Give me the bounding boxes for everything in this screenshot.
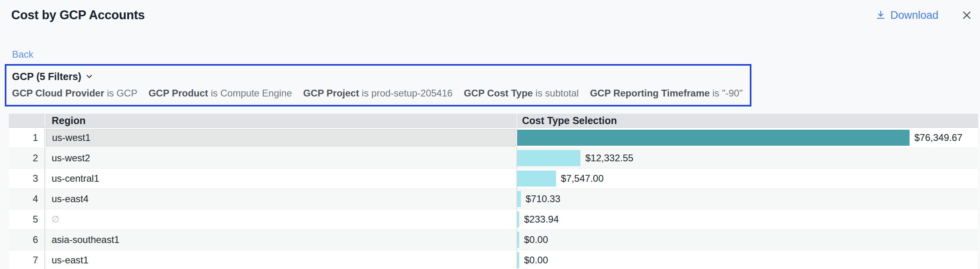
back-link[interactable]: Back (12, 49, 33, 60)
cost-bar (517, 232, 519, 248)
table-header-row: Region Cost Type Selection (9, 114, 978, 128)
filter-condition-value: is GCP (107, 88, 137, 98)
region-label: us-east4 (45, 189, 516, 209)
top-actions: Download (875, 9, 973, 22)
filter-condition[interactable]: GCP Cloud Provider is GCP (12, 87, 137, 99)
cost-value-label: $233.94 (524, 214, 559, 225)
table-row: 5∅$233.94 (9, 209, 978, 229)
region-label: us-central1 (45, 169, 516, 189)
region-cell[interactable]: us-west2 (45, 148, 516, 168)
download-label: Download (890, 9, 938, 22)
filter-condition[interactable]: GCP Project is prod-setup-205416 (303, 87, 452, 99)
column-header-number (9, 114, 45, 127)
table-body: 1us-west1$76,349.672us-west2$12,332.553u… (9, 128, 978, 269)
cost-table: Region Cost Type Selection 1us-west1$76,… (9, 114, 978, 269)
filter-field-name: GCP Cloud Provider (12, 88, 107, 98)
filter-condition-value: is Compute Engine (211, 88, 292, 98)
cost-value-label: $76,349.67 (914, 132, 962, 143)
filter-field-name: GCP Product (149, 88, 211, 98)
row-number-cell: 2 (9, 148, 45, 168)
row-number-cell: 6 (9, 230, 45, 250)
filter-condition-value: is prod-setup-205416 (362, 88, 453, 98)
table-row: 6asia-southeast1$0.00 (9, 229, 978, 250)
cost-bar-cell[interactable]: $710.33 (516, 189, 978, 209)
filter-conditions-list: GCP Cloud Provider is GCPGCP Product is … (12, 87, 743, 99)
filter-condition-value: is "-90" (713, 88, 743, 98)
column-header-cost-type-selection[interactable]: Cost Type Selection (516, 114, 978, 127)
region-cell[interactable]: us-west1 (45, 128, 516, 148)
cost-bar (517, 211, 519, 227)
table-row: 3us-central1$7,547.00 (9, 168, 978, 189)
cost-bar-cell[interactable]: $0.00 (516, 250, 978, 269)
filter-condition[interactable]: GCP Reporting Timeframe is "-90" (590, 87, 743, 99)
null-value-symbol: ∅ (52, 214, 59, 225)
row-number-cell: 3 (9, 169, 45, 189)
cost-bar-cell[interactable]: $233.94 (516, 209, 978, 229)
region-label: us-west1 (46, 129, 516, 147)
top-bar: Cost by GCP Accounts Download (0, 0, 980, 24)
region-label: asia-southeast1 (45, 230, 516, 250)
close-icon[interactable] (961, 9, 973, 21)
chevron-down-icon (85, 72, 93, 80)
cost-bar-cell[interactable]: $12,332.55 (516, 148, 978, 168)
page-title: Cost by GCP Accounts (11, 8, 145, 22)
cost-value-label: $0.00 (524, 234, 548, 245)
download-button[interactable]: Download (875, 9, 938, 22)
filter-field-name: GCP Reporting Timeframe (590, 88, 713, 98)
filter-summary-label: GCP (5 Filters) (12, 70, 81, 82)
region-cell[interactable]: us-east1 (45, 250, 516, 269)
table-row: 2us-west2$12,332.55 (9, 148, 978, 168)
filter-condition[interactable]: GCP Product is Compute Engine (149, 87, 292, 99)
table-row: 7us-east1$0.00 (9, 250, 978, 269)
column-header-region[interactable]: Region (45, 114, 516, 127)
cost-bar (517, 252, 519, 268)
row-number-cell: 5 (9, 209, 45, 229)
row-number-cell: 1 (9, 128, 45, 148)
filter-summary-dropdown[interactable]: GCP (5 Filters) (12, 70, 93, 82)
filter-field-name: GCP Cost Type (464, 88, 535, 98)
cost-value-label: $12,332.55 (585, 153, 633, 164)
region-label: us-east1 (45, 250, 516, 269)
filter-condition-value: is subtotal (536, 88, 579, 98)
filter-condition[interactable]: GCP Cost Type is subtotal (464, 87, 578, 99)
cost-bar (517, 130, 910, 146)
filter-field-name: GCP Project (303, 88, 361, 98)
cost-bar (517, 171, 556, 187)
cost-bar (517, 150, 580, 166)
cost-value-label: $710.33 (526, 193, 560, 205)
download-icon (875, 10, 886, 21)
row-number-cell: 7 (9, 250, 45, 269)
table-row: 1us-west1$76,349.67 (9, 128, 978, 148)
cost-bar (517, 191, 521, 207)
cost-bar-cell[interactable]: $0.00 (516, 230, 978, 250)
cost-bar-cell[interactable]: $76,349.67 (516, 128, 978, 148)
region-cell[interactable]: ∅ (45, 209, 516, 229)
cost-bar-cell[interactable]: $7,547.00 (516, 169, 978, 189)
region-cell[interactable]: asia-southeast1 (45, 230, 516, 250)
cost-value-label: $7,547.00 (561, 173, 604, 184)
row-number-cell: 4 (9, 189, 45, 209)
region-label: us-west2 (45, 148, 516, 168)
region-cell[interactable]: us-central1 (45, 169, 516, 189)
region-cell[interactable]: us-east4 (45, 189, 516, 209)
filter-panel: GCP (5 Filters) GCP Cloud Provider is GC… (5, 64, 751, 106)
cost-value-label: $0.00 (524, 255, 548, 266)
region-label: ∅ (45, 209, 516, 229)
table-row: 4us-east4$710.33 (9, 189, 978, 209)
